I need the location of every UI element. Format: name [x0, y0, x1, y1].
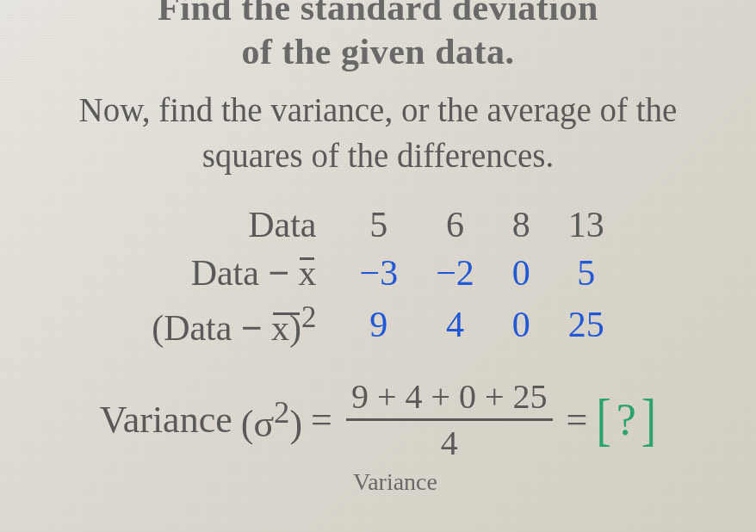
cell: 4 — [417, 297, 493, 352]
cell: −3 — [340, 249, 417, 297]
row-label-diff: Data − x — [133, 249, 340, 297]
cell: 5 — [340, 201, 417, 249]
cell: 8 — [493, 201, 549, 249]
cell: 6 — [417, 201, 493, 249]
bracket-right-icon: ] — [641, 387, 656, 453]
cell: 9 — [340, 297, 417, 352]
variance-caption: Variance — [52, 468, 739, 496]
table-row: (Data − x)2 9 4 0 25 — [133, 297, 623, 352]
table-row: Data 5 6 8 13 — [133, 201, 623, 249]
row-label-sqdiff: (Data − x)2 — [133, 297, 340, 352]
cell: −2 — [417, 249, 493, 297]
table-row: Data − x −3 −2 0 5 — [133, 249, 623, 297]
data-table: Data 5 6 8 13 Data − x −3 −2 0 5 (Data −… — [133, 201, 623, 352]
page-title-line2: of the given data. — [17, 31, 739, 72]
fraction-numerator: 9 + 4 + 0 + 25 — [346, 376, 553, 421]
variance-symbol: (σ2) — [241, 393, 302, 446]
answer-placeholder: ? — [611, 394, 641, 445]
instruction-line2: squares of the differences. — [202, 137, 555, 174]
row-label-data: Data — [133, 201, 340, 249]
cell: 0 — [493, 297, 549, 352]
fraction-denominator: 4 — [441, 421, 458, 463]
cell: 5 — [549, 249, 623, 297]
equals-sign: = — [311, 398, 332, 442]
variance-fraction: 9 + 4 + 0 + 25 4 — [346, 376, 553, 463]
answer-input[interactable]: [ ? ] — [596, 394, 656, 445]
cell: 13 — [549, 201, 623, 249]
cell: 25 — [549, 297, 623, 352]
variance-word: Variance — [100, 398, 232, 442]
instruction-text: Now, find the variance, or the average o… — [17, 88, 739, 178]
variance-equation: Variance (σ2) = 9 + 4 + 0 + 25 4 = [ ? ] — [17, 376, 739, 463]
cell: 0 — [493, 249, 549, 297]
instruction-line1: Now, find the variance, or the average o… — [79, 91, 678, 128]
equals-sign: = — [567, 398, 588, 442]
page-title-line1: Find the standard deviation — [17, 0, 739, 26]
bracket-left-icon: [ — [596, 387, 610, 453]
